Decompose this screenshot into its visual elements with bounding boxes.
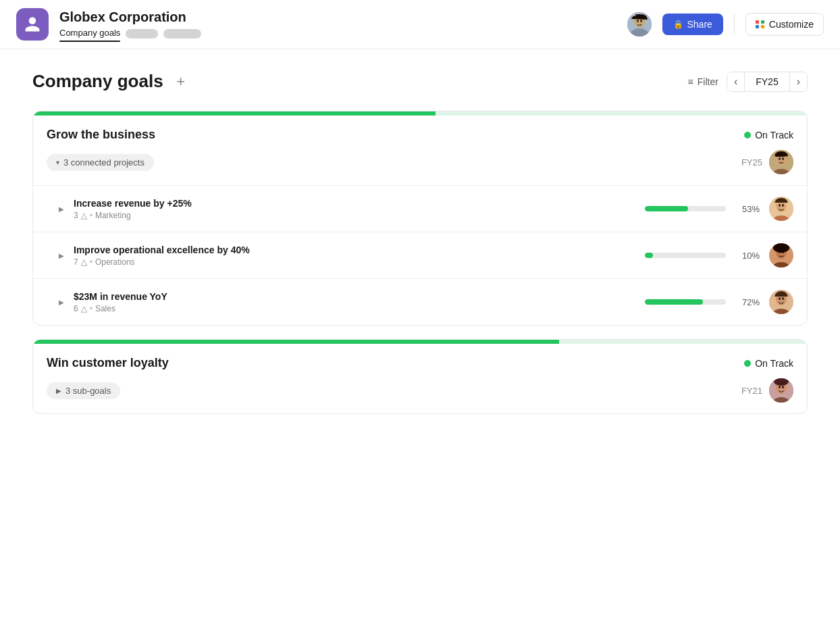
svg-point-29 <box>779 386 781 388</box>
filter-icon: ≡ <box>688 76 693 87</box>
meta-sep: • <box>90 257 93 267</box>
goal-period-avatar: FY25 <box>741 150 793 174</box>
subgoal-count: 3 <box>74 211 78 220</box>
subgoal-right: 10% <box>645 243 793 267</box>
svg-point-14 <box>782 204 784 207</box>
goal-card-grow-business: Grow the business On Track ▾ 3 connected… <box>32 111 808 326</box>
meta-sep: • <box>90 211 93 220</box>
share-label: Share <box>687 19 712 30</box>
expand-icon[interactable]: ▶ <box>57 251 65 259</box>
goal-period-2: FY21 <box>741 386 762 396</box>
subgoal-progress-fill <box>645 253 653 258</box>
subgoal-progress-fill <box>645 299 703 305</box>
nav-avatar <box>627 12 652 36</box>
subgoal-content: Improve operational excellence by 40% 7 … <box>74 245 637 267</box>
subgoal-count: 7 <box>74 257 78 267</box>
lock-icon: 🔒 <box>673 20 683 29</box>
main-content: Company goals + ≡ Filter ‹ FY25 › Grow t… <box>0 49 840 449</box>
goal-card-meta: ▾ 3 connected projects FY25 <box>33 150 807 185</box>
svg-point-13 <box>779 204 781 207</box>
goal-card-meta-2: ▶ 3 sub-goals FY21 <box>33 378 807 413</box>
svg-point-25 <box>782 297 784 300</box>
nav-divider <box>734 14 735 35</box>
subgoal-title: Increase revenue by +25% <box>74 198 637 209</box>
app-icon <box>16 8 49 41</box>
subgoal-dept: Sales <box>95 304 115 313</box>
subgoal-row: ▶ Improve operational excellence by 40% … <box>33 232 807 279</box>
svg-point-3 <box>637 20 639 22</box>
subgoal-right: 72% <box>645 290 793 314</box>
subgoal-content: $23M in revenue YoY 6 △ • Sales <box>74 291 637 313</box>
subgoal-progress-bar <box>645 206 726 211</box>
subgoal-avatar <box>769 290 793 314</box>
expand-icon[interactable]: ▶ <box>57 205 65 213</box>
filter-button[interactable]: ≡ Filter <box>688 76 718 87</box>
topnav: Globex Corporation Company goals 🔒 Share <box>0 0 840 49</box>
meta-sep: • <box>90 304 93 313</box>
subgoal-avatar <box>769 243 793 267</box>
goal-period-avatar-2: FY21 <box>741 378 793 403</box>
goal-title-2: Win customer loyalty <box>47 356 169 370</box>
svg-point-30 <box>782 386 784 388</box>
subgoal-avatar <box>769 197 793 221</box>
goal-status-label: On Track <box>755 130 793 140</box>
page-title: Company goals <box>32 71 163 92</box>
connected-projects-tag[interactable]: ▾ 3 connected projects <box>47 154 154 171</box>
goal-title: Grow the business <box>47 128 155 142</box>
topnav-tabs: Company goals <box>59 28 616 41</box>
goal-status: On Track <box>744 130 793 140</box>
share-button[interactable]: 🔒 Share <box>662 14 723 35</box>
subgoal-title: $23M in revenue YoY <box>74 291 637 302</box>
subgoal-list: ▶ Increase revenue by +25% 3 △ • Marketi… <box>33 185 807 325</box>
goal-card-header: Grow the business On Track <box>33 116 807 150</box>
period-next-button[interactable]: › <box>790 72 807 91</box>
period-nav: ‹ FY25 › <box>727 72 808 92</box>
add-goal-button[interactable]: + <box>172 72 190 91</box>
goal-status-2: On Track <box>744 358 793 369</box>
subgoal-progress-bar <box>645 299 726 305</box>
chevron-down-icon: ▾ <box>56 159 59 166</box>
subgoal-meta: 7 △ • Operations <box>74 257 637 267</box>
triangle-icon: △ <box>81 211 87 220</box>
subgoal-meta: 6 △ • Sales <box>74 304 637 313</box>
svg-point-20 <box>773 243 789 253</box>
subgoal-row: ▶ Increase revenue by +25% 3 △ • Marketi… <box>33 186 807 232</box>
tab-pill-1 <box>126 29 158 39</box>
status-dot-green-2 <box>744 360 751 367</box>
customize-button[interactable]: Customize <box>745 13 824 36</box>
triangle-icon: △ <box>81 304 87 313</box>
goal-card-header-2: Win customer loyalty On Track <box>33 344 807 378</box>
period-label: FY25 <box>744 72 789 91</box>
svg-point-4 <box>640 20 642 22</box>
subgoal-progress-pct: 72% <box>735 297 760 307</box>
subgoal-dept: Marketing <box>95 211 131 220</box>
app-name: Globex Corporation <box>59 9 616 25</box>
subgoal-title: Improve operational excellence by 40% <box>74 245 637 255</box>
subgoal-dept: Operations <box>95 257 135 267</box>
connected-subgoals-tag[interactable]: ▶ 3 sub-goals <box>47 382 120 399</box>
chevron-right-icon: ▶ <box>56 387 61 394</box>
goal-period: FY25 <box>741 157 762 168</box>
svg-point-9 <box>782 157 784 160</box>
tab-company-goals[interactable]: Company goals <box>59 28 120 41</box>
expand-icon[interactable]: ▶ <box>57 298 65 306</box>
subgoal-progress-pct: 53% <box>735 204 760 214</box>
page-header-left: Company goals + <box>32 71 190 92</box>
subgoal-content: Increase revenue by +25% 3 △ • Marketing <box>74 198 637 220</box>
period-prev-button[interactable]: ‹ <box>727 72 744 91</box>
subgoal-count: 6 <box>74 304 78 313</box>
tab-pill-2 <box>163 29 201 39</box>
goal-owner-avatar <box>769 150 793 174</box>
person-icon <box>24 16 41 33</box>
subgoal-progress-fill <box>645 206 688 211</box>
subgoal-row: ▶ $23M in revenue YoY 6 △ • Sales 72% <box>33 279 807 325</box>
goal-owner-avatar-2 <box>769 378 793 403</box>
goal-card-win-loyalty: Win customer loyalty On Track ▶ 3 sub-go… <box>32 339 808 414</box>
page-header: Company goals + ≡ Filter ‹ FY25 › <box>32 71 808 92</box>
subgoal-right: 53% <box>645 197 793 221</box>
subgoal-progress-bar <box>645 253 726 258</box>
topnav-title-block: Globex Corporation Company goals <box>59 9 616 41</box>
connected-label-2: 3 sub-goals <box>65 386 111 396</box>
connected-label: 3 connected projects <box>63 157 145 168</box>
customize-icon <box>756 20 765 28</box>
